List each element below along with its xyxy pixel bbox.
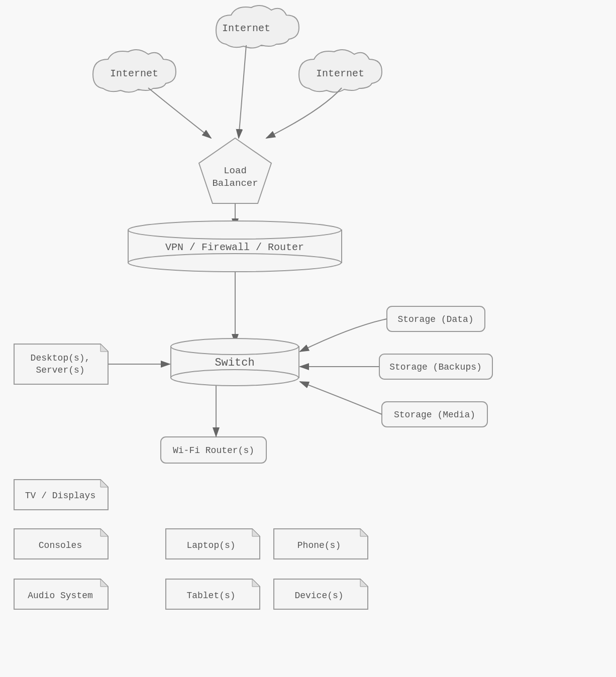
- svg-point-8: [128, 254, 341, 272]
- svg-marker-28: [252, 529, 260, 536]
- wifi-routers-label: Wi-Fi Router(s): [173, 445, 254, 456]
- load-balancer-node: Load Balancer: [199, 138, 271, 203]
- desktops-label-2: Server(s): [36, 365, 84, 375]
- storage-data-node: Storage (Data): [387, 306, 485, 331]
- tv-displays-node: TV / Displays: [14, 480, 108, 510]
- vpn-firewall-node: VPN / Firewall / Router: [128, 221, 342, 272]
- svg-marker-32: [252, 579, 260, 587]
- svg-point-12: [171, 370, 298, 386]
- switch-node: Switch: [171, 339, 299, 386]
- storage-data-label: Storage (Data): [397, 314, 473, 324]
- svg-marker-22: [100, 480, 108, 487]
- phones-node: Phone(s): [274, 529, 368, 559]
- consoles-label: Consoles: [39, 540, 82, 550]
- switch-label: Switch: [215, 357, 254, 369]
- internet-left-node: Internet: [93, 50, 176, 92]
- internet-top-label: Internet: [222, 23, 270, 34]
- svg-marker-14: [100, 344, 108, 352]
- tablets-label: Tablet(s): [186, 591, 235, 601]
- svg-line-2: [239, 45, 246, 138]
- tv-displays-label: TV / Displays: [25, 491, 95, 501]
- storage-backups-node: Storage (Backups): [379, 354, 492, 379]
- desktops-node: Desktop(s), Server(s): [14, 344, 108, 384]
- internet-left-label: Internet: [110, 68, 158, 79]
- svg-marker-30: [360, 529, 368, 536]
- storage-backups-label: Storage (Backups): [389, 362, 482, 372]
- vpn-firewall-label: VPN / Firewall / Router: [165, 242, 304, 253]
- wifi-routers-node: Wi-Fi Router(s): [161, 437, 266, 463]
- svg-point-11: [171, 339, 298, 355]
- svg-marker-26: [100, 579, 108, 587]
- tablets-node: Tablet(s): [166, 579, 260, 609]
- load-balancer-label: Load: [224, 165, 247, 176]
- svg-marker-34: [360, 579, 368, 587]
- svg-marker-13: [14, 344, 108, 384]
- internet-right-node: Internet: [299, 50, 382, 92]
- consoles-node: Consoles: [14, 529, 108, 559]
- storage-media-label: Storage (Media): [394, 410, 475, 420]
- svg-marker-24: [100, 529, 108, 536]
- laptops-node: Laptop(s): [166, 529, 260, 559]
- audio-system-node: Audio System: [14, 579, 108, 609]
- storage-media-node: Storage (Media): [382, 402, 487, 427]
- audio-system-label: Audio System: [28, 591, 93, 601]
- laptops-label: Laptop(s): [186, 540, 235, 550]
- desktops-label-1: Desktop(s),: [31, 353, 90, 363]
- devices-node: Device(s): [274, 579, 368, 609]
- phones-label: Phone(s): [297, 540, 341, 550]
- internet-right-label: Internet: [316, 68, 364, 79]
- devices-label: Device(s): [294, 591, 343, 601]
- svg-text:Balancer: Balancer: [212, 178, 258, 189]
- svg-point-7: [128, 221, 341, 239]
- internet-top-node: Internet: [216, 6, 299, 48]
